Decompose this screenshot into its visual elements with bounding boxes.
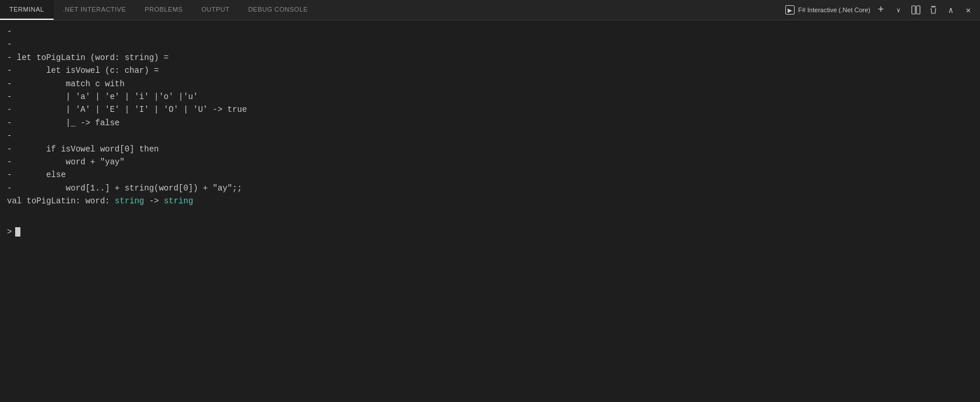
svg-rect-1	[916, 6, 920, 14]
terminal-line-12: - else	[7, 168, 973, 181]
terminal-line-3: - let toPigLatin (word: string) =	[7, 51, 973, 64]
cursor	[15, 227, 20, 237]
delete-terminal-button[interactable]	[926, 3, 940, 17]
tab-bar-left: TERMINAL .NET INTERACTIVE PROBLEMS OUTPU…	[0, 0, 317, 20]
terminal-line-7: - | 'A' | 'E' | 'I' | 'O' | 'U' -> true	[7, 103, 973, 116]
terminal-line-9: -	[7, 129, 973, 142]
terminal-line-2: -	[7, 38, 973, 51]
tab-net-interactive-label: .NET INTERACTIVE	[63, 6, 127, 13]
tab-output[interactable]: OUTPUT	[192, 0, 238, 20]
split-icon	[911, 5, 921, 15]
terminal-prompt-line: >	[7, 225, 973, 238]
tab-debug-console-label: DEBUG CONSOLE	[248, 6, 308, 13]
chevron-up-icon: ∧	[949, 5, 953, 15]
tab-net-interactive[interactable]: .NET INTERACTIVE	[54, 0, 136, 20]
tab-terminal[interactable]: TERMINAL	[0, 0, 54, 20]
terminal-line-5: - match c with	[7, 77, 973, 90]
add-terminal-button[interactable]: +	[874, 3, 888, 17]
tab-problems[interactable]: PROBLEMS	[135, 0, 192, 20]
terminal-line-8: - |_ -> false	[7, 117, 973, 129]
terminal-line-10: - if isVowel word[0] then	[7, 143, 973, 156]
terminal-val-line: val toPigLatin: word: string -> string	[7, 195, 973, 207]
terminal-line-1: -	[7, 25, 973, 38]
tab-terminal-label: TERMINAL	[9, 6, 44, 13]
terminal-run-icon: ▶	[785, 5, 795, 15]
terminal-line-13: - word[1..] + string(word[0]) + "ay";;	[7, 182, 973, 195]
close-icon: ✕	[966, 5, 971, 15]
terminal-line-4: - let isVowel (c: char) =	[7, 64, 973, 77]
tab-bar-right: ▶ F# Interactive (.Net Core) + ∨ ∧ ✕	[785, 3, 980, 17]
tab-output-label: OUTPUT	[201, 6, 229, 13]
terminal-selector[interactable]: ▶ F# Interactive (.Net Core)	[785, 5, 870, 15]
prompt-symbol: >	[7, 225, 12, 238]
terminal-empty-line	[7, 207, 973, 220]
tab-problems-label: PROBLEMS	[145, 6, 182, 13]
terminal-line-11: - word + "yay"	[7, 156, 973, 168]
close-panel-button[interactable]: ✕	[961, 3, 975, 17]
terminal-name: F# Interactive (.Net Core)	[798, 6, 870, 13]
chevron-down-icon: ∨	[897, 6, 901, 14]
svg-rect-0	[912, 6, 915, 14]
split-terminal-button[interactable]	[909, 3, 923, 17]
terminal-content: - - - let toPigLatin (word: string) = - …	[0, 20, 980, 402]
trash-icon	[929, 5, 938, 15]
maximize-panel-button[interactable]: ∧	[944, 3, 958, 17]
tab-debug-console[interactable]: DEBUG CONSOLE	[239, 0, 317, 20]
terminal-line-6: - | 'a' | 'e' | 'i' |'o' |'u'	[7, 90, 973, 103]
dropdown-button[interactable]: ∨	[891, 3, 905, 17]
tab-bar: TERMINAL .NET INTERACTIVE PROBLEMS OUTPU…	[0, 0, 980, 20]
